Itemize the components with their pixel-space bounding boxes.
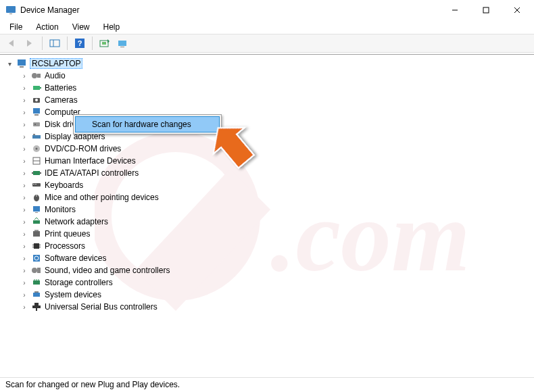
tree-item[interactable]: ›Processors	[5, 240, 529, 252]
expand-icon[interactable]: ›	[20, 145, 28, 153]
tree-item[interactable]: ›Storage controllers	[5, 276, 529, 289]
svg-rect-37	[32, 183, 41, 187]
expand-icon[interactable]: ›	[20, 291, 28, 299]
svg-rect-21	[40, 87, 41, 89]
show-hide-tree-button[interactable]	[47, 36, 63, 51]
devices-button[interactable]	[114, 36, 130, 51]
tree-item-label: Mice and other pointing devices	[45, 193, 159, 202]
menu-action[interactable]: Action	[29, 21, 65, 33]
expand-icon[interactable]: ›	[20, 109, 28, 116]
tree-item[interactable]: ›Cameras	[5, 94, 529, 106]
tree-item-label: Keyboards	[45, 180, 83, 190]
back-button[interactable]	[4, 36, 20, 51]
expand-icon[interactable]: ›	[20, 267, 28, 274]
expand-collapse-icon[interactable]: ▾	[5, 60, 14, 68]
svg-rect-25	[34, 114, 39, 116]
close-button[interactable]	[502, 0, 533, 20]
context-menu-item-scan[interactable]: Scan for hardware changes	[75, 116, 220, 132]
tree-item-label: Monitors	[45, 205, 76, 214]
device-category-icon	[31, 70, 42, 81]
expand-icon[interactable]: ›	[20, 243, 28, 250]
expand-icon[interactable]: ›	[20, 218, 28, 226]
tree-item-label: Batteries	[45, 83, 76, 93]
tree-item-label: Network adapters	[45, 217, 108, 226]
svg-rect-48	[32, 245, 34, 245]
svg-rect-5	[483, 7, 489, 13]
svg-rect-16	[18, 59, 26, 66]
svg-rect-51	[39, 247, 41, 247]
tree-item[interactable]: ›IDE ATA/ATAPI controllers	[5, 167, 529, 179]
expand-icon[interactable]: ›	[20, 279, 28, 287]
svg-rect-49	[39, 245, 41, 245]
tree-item[interactable]: ›Network adapters	[5, 216, 529, 228]
tree-item[interactable]: ›System devices	[5, 289, 529, 301]
toolbar-separator	[67, 36, 68, 50]
tree-item[interactable]: ›Keyboards	[5, 179, 529, 191]
device-category-icon	[31, 241, 42, 251]
expand-icon[interactable]: ›	[20, 170, 28, 177]
tree-item-label: Universal Serial Bus controllers	[45, 302, 157, 312]
menu-file[interactable]: File	[3, 21, 29, 33]
tree-root-label[interactable]: RCSLAPTOP	[30, 58, 82, 69]
toolbar-separator	[92, 36, 93, 50]
forward-button[interactable]	[22, 36, 38, 51]
minimize-button[interactable]	[439, 0, 470, 20]
device-category-icon	[31, 301, 42, 312]
svg-rect-58	[36, 308, 37, 311]
tree-item-label: Print queues	[45, 229, 90, 239]
tree-item[interactable]: ›Monitors	[5, 203, 529, 216]
expand-icon[interactable]: ›	[20, 72, 28, 80]
svg-point-31	[36, 148, 38, 150]
device-category-icon	[31, 192, 42, 203]
svg-point-27	[34, 124, 36, 125]
expand-icon[interactable]: ›	[20, 182, 28, 189]
svg-point-18	[32, 73, 37, 78]
device-category-icon	[31, 253, 42, 264]
svg-rect-19	[37, 74, 41, 78]
tree-item[interactable]: ›DVD/CD-ROM drives	[5, 143, 529, 155]
tree-item[interactable]: ›Sound, video and game controllers	[5, 264, 529, 276]
svg-rect-42	[33, 206, 40, 212]
device-category-icon	[31, 204, 42, 215]
svg-point-23	[35, 99, 38, 101]
device-category-icon	[31, 216, 42, 227]
device-manager-window: .com Device Manager File Action View Hel…	[0, 0, 534, 392]
maximize-button[interactable]	[470, 0, 502, 20]
device-category-icon	[31, 228, 42, 239]
tree-item[interactable]: ›Audio	[5, 70, 529, 82]
svg-rect-47	[34, 243, 39, 249]
toolbar-separator	[42, 36, 43, 50]
svg-rect-55	[33, 280, 40, 285]
device-tree[interactable]: ▾ RCSLAPTOP ›Audio›Batteries›Cameras›Com…	[0, 54, 534, 377]
window-buttons	[439, 0, 533, 20]
tree-item[interactable]: ›Universal Serial Bus controllers	[5, 301, 529, 313]
titlebar: Device Manager	[0, 0, 534, 20]
expand-icon[interactable]: ›	[20, 133, 28, 141]
tree-root-row[interactable]: ▾ RCSLAPTOP	[5, 57, 529, 70]
tree-item-label: Software devices	[45, 253, 106, 263]
expand-icon[interactable]: ›	[20, 303, 28, 311]
device-category-icon	[31, 265, 42, 276]
help-button[interactable]: ?	[72, 36, 88, 51]
scan-hardware-button[interactable]	[97, 36, 113, 51]
tree-item[interactable]: ›Print queues	[5, 228, 529, 240]
expand-icon[interactable]: ›	[20, 97, 28, 104]
expand-icon[interactable]: ›	[20, 255, 28, 262]
device-category-icon	[31, 289, 42, 300]
tree-item[interactable]: ›Mice and other pointing devices	[5, 191, 529, 203]
expand-icon[interactable]: ›	[20, 206, 28, 214]
svg-rect-34	[33, 171, 40, 175]
expand-icon[interactable]: ›	[20, 230, 28, 238]
svg-rect-14	[118, 41, 126, 46]
menu-help[interactable]: Help	[97, 21, 127, 33]
expand-icon[interactable]: ›	[20, 121, 28, 128]
tree-item[interactable]: ›Batteries	[5, 82, 529, 94]
expand-icon[interactable]: ›	[20, 194, 28, 201]
expand-icon[interactable]: ›	[20, 84, 28, 92]
tree-item[interactable]: ›Software devices	[5, 252, 529, 264]
tree-item[interactable]: ›Human Interface Devices	[5, 155, 529, 167]
menu-view[interactable]: View	[66, 21, 97, 33]
expand-icon[interactable]: ›	[20, 157, 28, 165]
svg-rect-45	[33, 231, 40, 237]
tree-item-label: System devices	[45, 290, 101, 299]
